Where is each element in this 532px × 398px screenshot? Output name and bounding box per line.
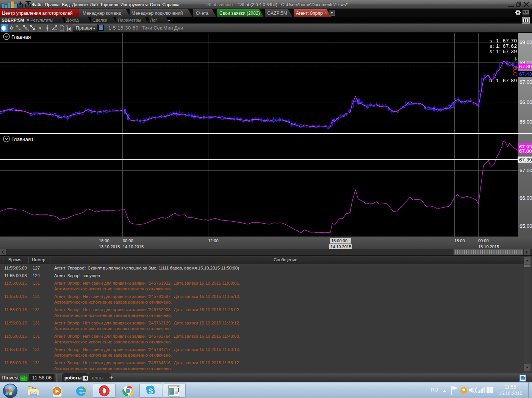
svg-text:Главная: Главная — [11, 34, 31, 40]
svg-text:S: S — [149, 387, 153, 395]
svg-text:67.80: 67.80 — [519, 148, 532, 154]
svg-text:65.00: 65.00 — [519, 119, 532, 125]
svg-text:69.00: 69.00 — [519, 39, 532, 45]
svg-text:00:00: 00:00 — [123, 238, 133, 243]
svg-text:18:00: 18:00 — [99, 238, 110, 243]
svg-text:14.10.2015: 14.10.2015 — [330, 244, 351, 249]
svg-text:12:00: 12:00 — [208, 238, 219, 243]
svg-text:67.39: 67.39 — [519, 157, 532, 163]
svg-text:18:00: 18:00 — [454, 238, 465, 243]
svg-text:13.10.2015: 13.10.2015 — [99, 244, 120, 249]
svg-text:s: 1; 67.62: s: 1; 67.62 — [490, 43, 517, 49]
svg-text:15:00:00: 15:00:00 — [331, 238, 347, 243]
svg-text:00:00: 00:00 — [478, 238, 489, 243]
svg-text:67.00: 67.00 — [519, 168, 532, 173]
svg-text:66.00: 66.00 — [519, 195, 532, 201]
svg-text:s: 1; 67.39: s: 1; 67.39 — [490, 49, 517, 54]
svg-text:66.00: 66.00 — [519, 99, 532, 105]
svg-text:b: 1; 67.89: b: 1; 67.89 — [489, 78, 517, 83]
svg-text:Главная1: Главная1 — [11, 136, 34, 142]
svg-text:14.10.2015: 14.10.2015 — [123, 244, 144, 249]
svg-text:65.00: 65.00 — [519, 223, 532, 229]
svg-text:s: 1; 67.70: s: 1; 67.70 — [490, 38, 517, 44]
svg-text:67.00: 67.00 — [519, 79, 532, 85]
svg-text:67.43: 67.43 — [519, 71, 532, 77]
svg-text:67.80: 67.80 — [519, 64, 532, 69]
svg-text:15.10.2015: 15.10.2015 — [478, 244, 499, 249]
